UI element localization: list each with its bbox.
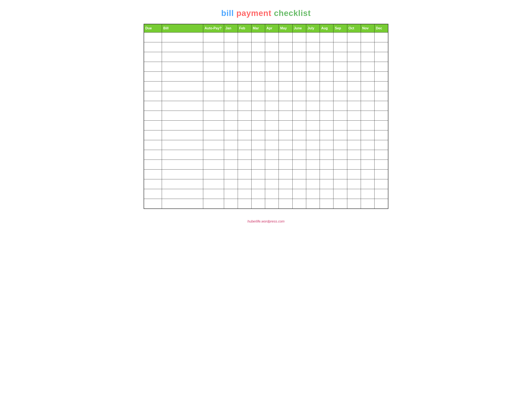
cell-apr[interactable] <box>265 169 279 179</box>
cell-jan[interactable] <box>224 42 238 52</box>
cell-jan[interactable] <box>224 62 238 72</box>
cell-due[interactable] <box>144 111 162 121</box>
cell-may[interactable] <box>279 131 292 140</box>
cell-apr[interactable] <box>265 140 279 150</box>
cell-jan[interactable] <box>224 140 238 150</box>
cell-oct[interactable] <box>347 179 361 189</box>
cell-dec[interactable] <box>375 72 388 82</box>
cell-dec[interactable] <box>375 179 388 189</box>
cell-june[interactable] <box>292 150 306 160</box>
cell-aug[interactable] <box>320 140 333 150</box>
cell-bill[interactable] <box>162 150 203 160</box>
cell-dec[interactable] <box>375 62 388 72</box>
cell-nov[interactable] <box>361 189 374 199</box>
cell-nov[interactable] <box>361 33 374 42</box>
cell-autopay[interactable] <box>203 91 224 101</box>
cell-july[interactable] <box>306 160 320 169</box>
cell-aug[interactable] <box>320 33 333 42</box>
cell-oct[interactable] <box>347 91 361 101</box>
cell-oct[interactable] <box>347 150 361 160</box>
cell-dec[interactable] <box>375 42 388 52</box>
cell-june[interactable] <box>292 111 306 121</box>
cell-due[interactable] <box>144 140 162 150</box>
cell-feb[interactable] <box>238 52 251 62</box>
cell-due[interactable] <box>144 82 162 91</box>
cell-aug[interactable] <box>320 62 333 72</box>
cell-bill[interactable] <box>162 140 203 150</box>
cell-apr[interactable] <box>265 121 279 131</box>
cell-autopay[interactable] <box>203 189 224 199</box>
cell-apr[interactable] <box>265 199 279 209</box>
cell-june[interactable] <box>292 131 306 140</box>
cell-oct[interactable] <box>347 131 361 140</box>
cell-bill[interactable] <box>162 62 203 72</box>
cell-apr[interactable] <box>265 91 279 101</box>
cell-dec[interactable] <box>375 150 388 160</box>
cell-oct[interactable] <box>347 121 361 131</box>
cell-june[interactable] <box>292 169 306 179</box>
cell-due[interactable] <box>144 62 162 72</box>
cell-sep[interactable] <box>333 150 347 160</box>
cell-may[interactable] <box>279 160 292 169</box>
cell-sep[interactable] <box>333 82 347 91</box>
cell-jan[interactable] <box>224 179 238 189</box>
cell-due[interactable] <box>144 91 162 101</box>
cell-dec[interactable] <box>375 169 388 179</box>
cell-july[interactable] <box>306 150 320 160</box>
cell-bill[interactable] <box>162 121 203 131</box>
cell-june[interactable] <box>292 72 306 82</box>
cell-feb[interactable] <box>238 189 251 199</box>
cell-apr[interactable] <box>265 33 279 42</box>
cell-feb[interactable] <box>238 150 251 160</box>
cell-jan[interactable] <box>224 101 238 111</box>
cell-dec[interactable] <box>375 189 388 199</box>
cell-bill[interactable] <box>162 42 203 52</box>
cell-sep[interactable] <box>333 199 347 209</box>
cell-mar[interactable] <box>251 150 265 160</box>
cell-apr[interactable] <box>265 131 279 140</box>
cell-bill[interactable] <box>162 179 203 189</box>
cell-july[interactable] <box>306 82 320 91</box>
cell-aug[interactable] <box>320 150 333 160</box>
cell-sep[interactable] <box>333 131 347 140</box>
cell-july[interactable] <box>306 131 320 140</box>
cell-july[interactable] <box>306 140 320 150</box>
cell-nov[interactable] <box>361 179 374 189</box>
cell-aug[interactable] <box>320 160 333 169</box>
cell-feb[interactable] <box>238 82 251 91</box>
cell-autopay[interactable] <box>203 42 224 52</box>
cell-jan[interactable] <box>224 131 238 140</box>
cell-apr[interactable] <box>265 150 279 160</box>
cell-dec[interactable] <box>375 33 388 42</box>
cell-feb[interactable] <box>238 42 251 52</box>
cell-apr[interactable] <box>265 62 279 72</box>
cell-aug[interactable] <box>320 199 333 209</box>
cell-due[interactable] <box>144 160 162 169</box>
cell-june[interactable] <box>292 33 306 42</box>
cell-apr[interactable] <box>265 160 279 169</box>
cell-oct[interactable] <box>347 160 361 169</box>
cell-dec[interactable] <box>375 52 388 62</box>
cell-june[interactable] <box>292 52 306 62</box>
cell-jan[interactable] <box>224 160 238 169</box>
cell-sep[interactable] <box>333 91 347 101</box>
cell-autopay[interactable] <box>203 52 224 62</box>
cell-jan[interactable] <box>224 169 238 179</box>
cell-autopay[interactable] <box>203 179 224 189</box>
cell-due[interactable] <box>144 169 162 179</box>
cell-july[interactable] <box>306 101 320 111</box>
cell-july[interactable] <box>306 91 320 101</box>
cell-autopay[interactable] <box>203 150 224 160</box>
cell-oct[interactable] <box>347 111 361 121</box>
cell-june[interactable] <box>292 189 306 199</box>
cell-aug[interactable] <box>320 169 333 179</box>
cell-sep[interactable] <box>333 140 347 150</box>
cell-oct[interactable] <box>347 62 361 72</box>
cell-bill[interactable] <box>162 111 203 121</box>
cell-june[interactable] <box>292 101 306 111</box>
cell-sep[interactable] <box>333 121 347 131</box>
cell-autopay[interactable] <box>203 62 224 72</box>
cell-nov[interactable] <box>361 42 374 52</box>
cell-oct[interactable] <box>347 140 361 150</box>
cell-sep[interactable] <box>333 189 347 199</box>
